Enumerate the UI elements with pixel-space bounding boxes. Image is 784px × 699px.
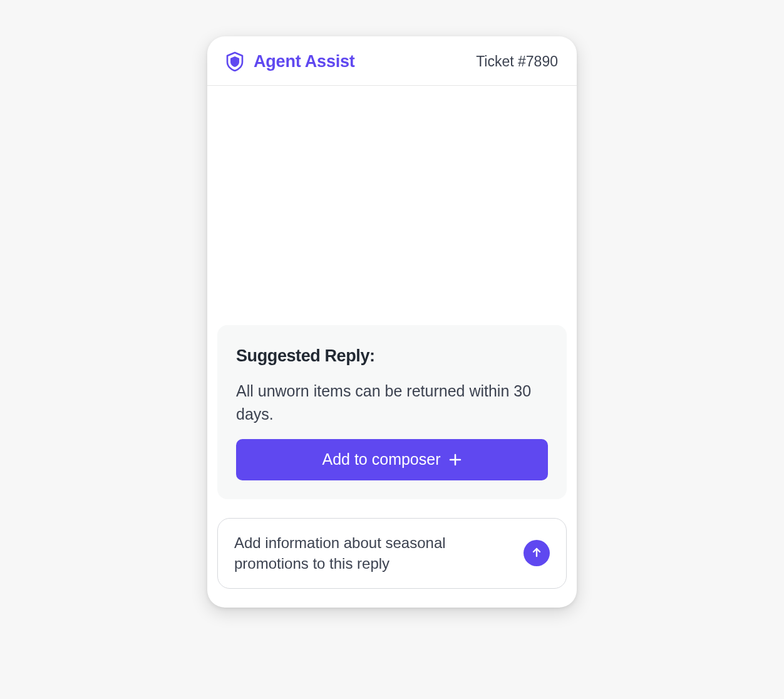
arrow-up-icon bbox=[530, 546, 543, 561]
panel-body: Suggested Reply: All unworn items can be… bbox=[207, 86, 577, 608]
agent-assist-panel: Agent Assist Ticket #7890 Suggested Repl… bbox=[207, 36, 577, 608]
add-to-composer-button[interactable]: Add to composer bbox=[236, 439, 548, 480]
composer-input[interactable]: Add information about seasonal promotion… bbox=[234, 532, 513, 574]
plus-icon bbox=[448, 453, 462, 467]
composer[interactable]: Add information about seasonal promotion… bbox=[217, 518, 567, 589]
panel-header: Agent Assist Ticket #7890 bbox=[207, 36, 577, 86]
shield-icon bbox=[225, 51, 245, 71]
brand: Agent Assist bbox=[225, 51, 355, 71]
suggested-reply-card: Suggested Reply: All unworn items can be… bbox=[217, 325, 567, 499]
brand-title: Agent Assist bbox=[254, 52, 355, 71]
spacer bbox=[217, 96, 567, 325]
suggested-reply-title: Suggested Reply: bbox=[236, 346, 548, 366]
suggested-reply-text: All unworn items can be returned within … bbox=[236, 380, 548, 425]
send-button[interactable] bbox=[524, 540, 550, 566]
add-button-label: Add to composer bbox=[322, 450, 441, 469]
ticket-id: Ticket #7890 bbox=[476, 53, 558, 70]
